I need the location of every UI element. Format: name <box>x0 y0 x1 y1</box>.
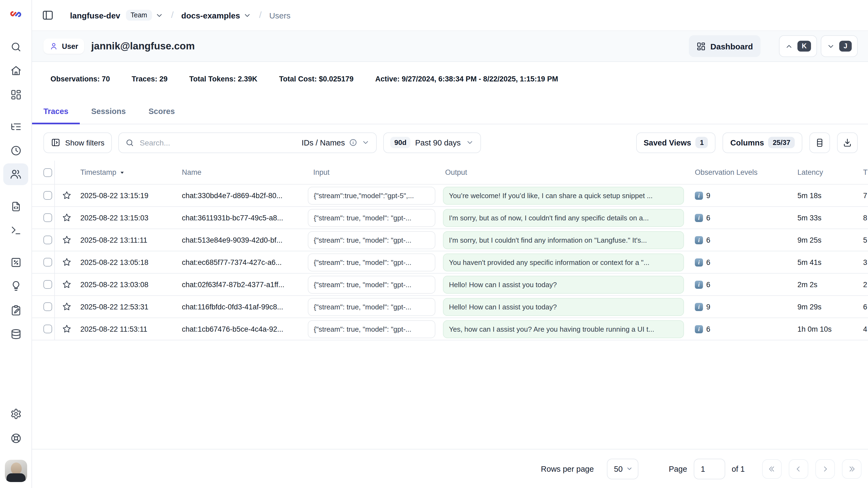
sidebar-item-insights[interactable] <box>4 278 28 293</box>
next-page-button[interactable] <box>815 459 835 479</box>
row-checkbox[interactable] <box>43 191 52 200</box>
search-input[interactable] <box>139 138 297 147</box>
column-header-output[interactable]: Output <box>441 168 689 176</box>
trace-output[interactable]: You’re welcome! If you’d like, I can sha… <box>443 186 684 204</box>
row-star-cell[interactable] <box>55 257 77 267</box>
trace-input[interactable]: {"stream": true, "model": "gpt-... <box>308 209 435 226</box>
sidebar-item-users[interactable] <box>3 163 28 185</box>
trace-name[interactable]: chat:330bd4e7-d869-4b2f-80... <box>179 191 304 200</box>
select-all-checkbox[interactable] <box>43 168 52 177</box>
search-box[interactable]: IDs / Names <box>119 132 377 153</box>
row-star-cell[interactable] <box>55 279 77 289</box>
sidebar-item-datasets[interactable] <box>4 326 28 341</box>
trace-output[interactable]: Hello! How can I assist you today? <box>443 275 684 294</box>
rows-per-page-select[interactable]: 50 <box>607 458 639 479</box>
tab-sessions[interactable]: Sessions <box>80 99 137 124</box>
sidebar-item-dashboards[interactable] <box>4 87 28 102</box>
row-checkbox[interactable] <box>43 302 52 311</box>
last-page-button[interactable] <box>842 459 862 479</box>
table-row[interactable]: 2025-08-22 12:53:31 chat:116fbfdc-0fd3-4… <box>32 296 868 318</box>
sidebar-item-annotation[interactable] <box>4 302 28 317</box>
timestamp-header-label: Timestamp <box>80 168 117 176</box>
trace-output[interactable]: I'm sorry, but as of now, I couldn't fin… <box>443 209 684 226</box>
trace-name[interactable]: chat:02f63f47-87b2-4377-a1ff... <box>179 280 304 288</box>
trace-input[interactable]: {"stream": true, "model": "gpt-... <box>308 298 435 316</box>
sidebar-item-support[interactable] <box>4 430 28 446</box>
table-row[interactable]: 2025-08-22 13:03:08 chat:02f63f47-87b2-4… <box>32 274 868 296</box>
trace-name[interactable]: chat:1cb67476-b5ce-4c4a-92... <box>179 325 304 333</box>
row-star-cell[interactable] <box>55 324 77 334</box>
sidebar-item-tracing[interactable] <box>4 119 28 134</box>
trace-output[interactable]: I'm sorry, but I couldn't find any infor… <box>443 231 684 249</box>
date-range-button[interactable]: 90d Past 90 days <box>383 132 481 153</box>
info-level-badge-icon: i <box>695 325 703 333</box>
sidebar-item-evaluations[interactable] <box>4 254 28 270</box>
user-avatar[interactable] <box>5 460 27 482</box>
column-header-observation-levels[interactable]: Observation Levels <box>689 168 793 176</box>
saved-views-button[interactable]: Saved Views 1 <box>636 132 716 153</box>
trace-input[interactable]: {"stream": true, "model": "gpt-... <box>308 275 435 294</box>
langfuse-logo-icon[interactable] <box>9 7 23 21</box>
org-switcher-button[interactable] <box>155 11 163 19</box>
breadcrumb-org[interactable]: langfuse-dev <box>70 10 120 20</box>
row-checkbox[interactable] <box>43 236 52 244</box>
row-star-cell[interactable] <box>55 235 77 245</box>
row-height-button[interactable] <box>809 132 830 153</box>
trace-name[interactable]: chat:3611931b-bc77-49c5-a8... <box>179 214 304 222</box>
column-header-timestamp[interactable]: Timestamp <box>77 168 179 176</box>
breadcrumb-project[interactable]: docs-examples <box>181 10 240 20</box>
observation-level-count: 9 <box>706 303 710 311</box>
search-scope-label[interactable]: IDs / Names <box>302 138 345 147</box>
trace-next-column-clipped: 7 <box>863 191 868 200</box>
dashboard-button[interactable]: Dashboard <box>689 35 761 57</box>
sidebar-item-playground[interactable] <box>4 222 28 238</box>
trace-name[interactable]: chat:116fbfdc-0fd3-41af-99c8... <box>179 303 304 311</box>
sidebar-item-settings[interactable] <box>4 406 28 421</box>
column-header-input[interactable]: Input <box>304 168 441 176</box>
tab-scores[interactable]: Scores <box>137 99 186 124</box>
row-checkbox[interactable] <box>43 213 52 222</box>
row-checkbox[interactable] <box>43 325 52 333</box>
trace-name[interactable]: chat:513e84e9-9039-42d0-bf... <box>179 236 304 244</box>
previous-page-button[interactable] <box>789 459 808 479</box>
column-header-latency[interactable]: Latency <box>793 168 863 176</box>
row-star-cell[interactable] <box>55 190 77 200</box>
observation-levels-cell: i 6 <box>689 214 793 222</box>
column-header-clipped[interactable]: T <box>863 168 868 176</box>
show-filters-button[interactable]: Show filters <box>43 132 112 153</box>
table-row[interactable]: 2025-08-22 11:53:11 chat:1cb67476-b5ce-4… <box>32 318 868 340</box>
trace-timestamp: 2025-08-22 13:03:08 <box>77 280 179 288</box>
trace-output[interactable]: You haven't provided any specific inform… <box>443 253 684 271</box>
row-star-cell[interactable] <box>55 213 77 222</box>
column-header-name[interactable]: Name <box>179 168 304 176</box>
export-button[interactable] <box>837 132 858 153</box>
sidebar-item-home[interactable] <box>4 63 28 78</box>
sidebar-item-search[interactable] <box>4 39 28 54</box>
sidebar-item-prompts[interactable] <box>4 199 28 214</box>
trace-name[interactable]: chat:ec685f77-7374-427c-a6... <box>179 258 304 266</box>
row-star-cell[interactable] <box>55 302 77 312</box>
trace-output[interactable]: Hello! How can I assist you today? <box>443 298 684 316</box>
row-checkbox[interactable] <box>43 258 52 267</box>
breadcrumb-page[interactable]: Users <box>269 10 290 20</box>
table-row[interactable]: 2025-08-22 13:15:19 chat:330bd4e7-d869-4… <box>32 185 868 207</box>
table-row[interactable]: 2025-08-22 13:15:03 chat:3611931b-bc77-4… <box>32 207 868 229</box>
previous-user-button[interactable]: K <box>779 35 817 57</box>
next-user-button[interactable]: J <box>821 35 858 57</box>
first-page-button[interactable] <box>762 459 782 479</box>
row-checkbox[interactable] <box>43 280 52 289</box>
trace-input[interactable]: {"stream": true, "model": "gpt-... <box>308 253 435 271</box>
trace-input[interactable]: {"stream": true, "model": "gpt-... <box>308 231 435 249</box>
columns-button[interactable]: Columns 25/37 <box>723 132 802 153</box>
tab-traces[interactable]: Traces <box>32 99 80 124</box>
trace-input[interactable]: {"stream":true,"model":"gpt-5",... <box>308 186 435 204</box>
sidebar-toggle-button[interactable] <box>42 9 54 21</box>
table-row[interactable]: 2025-08-22 13:11:11 chat:513e84e9-9039-4… <box>32 229 868 251</box>
trace-output[interactable]: Yes, how can I assist you? Are you havin… <box>443 320 684 338</box>
project-switcher-button[interactable] <box>243 11 251 19</box>
trace-input[interactable]: {"stream": true, "model": "gpt-... <box>308 320 435 338</box>
sidebar-item-sessions[interactable] <box>4 143 28 158</box>
table-body: 2025-08-22 13:15:19 chat:330bd4e7-d869-4… <box>32 185 868 340</box>
page-number-input[interactable] <box>694 458 725 479</box>
table-row[interactable]: 2025-08-22 13:05:18 chat:ec685f77-7374-4… <box>32 251 868 274</box>
